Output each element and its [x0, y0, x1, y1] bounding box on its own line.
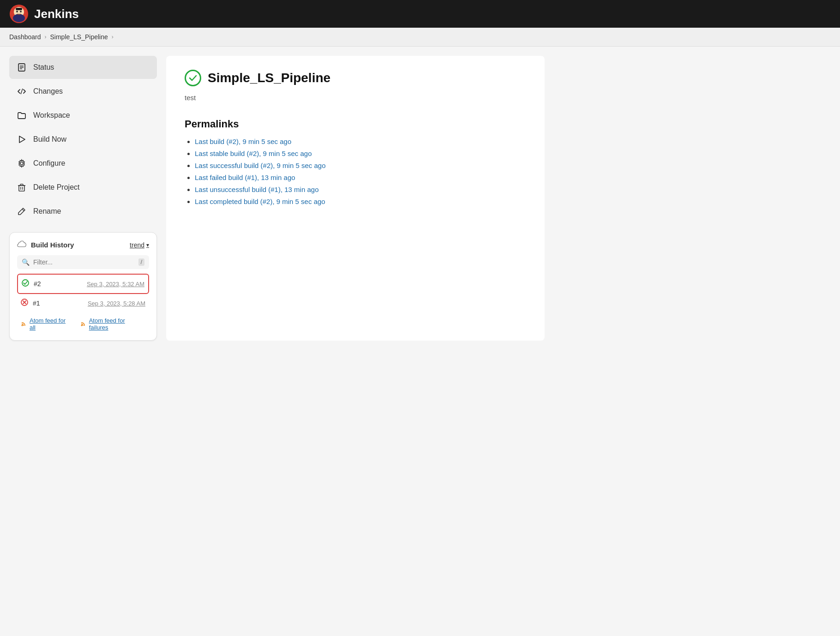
atom-feed-all-label: Atom feed for all — [30, 317, 73, 331]
logo-container: Jenkins — [9, 4, 79, 24]
main-layout: Status Changes — [0, 47, 554, 350]
svg-point-23 — [81, 324, 82, 326]
build-date-1[interactable]: Sep 3, 2023, 5:28 AM — [88, 300, 145, 307]
permalink-last-build[interactable]: Last build (#2), 9 min 5 sec ago — [195, 138, 291, 145]
breadcrumb-sep-2: › — [112, 34, 114, 40]
build-number-2: #2 — [34, 280, 82, 288]
build-date-2[interactable]: Sep 3, 2023, 5:32 AM — [87, 281, 144, 288]
search-icon: 🔍 — [22, 258, 30, 266]
sidebar-item-build-now[interactable]: Build Now — [9, 128, 157, 151]
app-header: Jenkins — [0, 0, 840, 28]
svg-point-3 — [16, 11, 18, 12]
sidebar-label-workspace: Workspace — [33, 111, 70, 120]
sidebar-label-rename: Rename — [33, 207, 61, 216]
trend-label: trend — [130, 241, 144, 249]
list-item: Last build (#2), 9 min 5 sec ago — [195, 138, 526, 146]
list-item: Last unsuccessful build (#1), 13 min ago — [195, 186, 526, 194]
sidebar-item-configure[interactable]: Configure — [9, 152, 157, 175]
build-row-1[interactable]: #1 Sep 3, 2023, 5:28 AM — [17, 294, 149, 312]
svg-point-4 — [20, 11, 22, 12]
rss-all-icon — [21, 320, 27, 328]
sidebar-label-delete-project: Delete Project — [33, 183, 80, 192]
code-icon — [17, 86, 27, 96]
trend-link[interactable]: trend ▾ — [130, 241, 149, 249]
svg-point-18 — [22, 280, 29, 286]
build-failure-icon — [21, 299, 28, 308]
filter-input[interactable] — [33, 258, 135, 266]
sidebar-item-status[interactable]: Status — [9, 56, 157, 79]
build-history-panel: Build History trend ▾ 🔍 / — [9, 232, 157, 341]
sidebar-item-rename[interactable]: Rename — [9, 200, 157, 223]
build-history-title: Build History — [31, 241, 125, 249]
svg-point-12 — [20, 162, 23, 165]
svg-line-10 — [21, 89, 23, 94]
atom-feed-failures-link[interactable]: Atom feed for failures — [80, 317, 145, 331]
project-status-icon — [185, 70, 201, 86]
sidebar-label-changes: Changes — [33, 87, 63, 96]
sidebar-item-changes[interactable]: Changes — [9, 80, 157, 103]
permalink-last-failed[interactable]: Last failed build (#1), 13 min ago — [195, 174, 295, 181]
build-number-1: #1 — [33, 300, 83, 307]
cloud-icon — [17, 240, 26, 250]
permalink-list: Last build (#2), 9 min 5 sec ago Last st… — [185, 138, 526, 206]
main-content: Simple_LS_Pipeline test Permalinks Last … — [166, 56, 545, 341]
sidebar-label-build-now: Build Now — [33, 135, 66, 144]
svg-point-22 — [22, 324, 23, 326]
sidebar-item-delete-project[interactable]: Delete Project — [9, 176, 157, 199]
build-history-header: Build History trend ▾ — [17, 240, 149, 250]
list-item: Last completed build (#2), 9 min 5 sec a… — [195, 198, 526, 206]
sidebar: Status Changes — [9, 56, 157, 341]
atom-feed-all-link[interactable]: Atom feed for all — [21, 317, 73, 331]
svg-marker-11 — [19, 136, 25, 143]
atom-feed-row: Atom feed for all Atom feed for failures — [17, 312, 149, 333]
trash-icon — [17, 182, 27, 192]
build-row-2[interactable]: #2 Sep 3, 2023, 5:32 AM — [17, 274, 149, 294]
list-item: Last successful build (#2), 9 min 5 sec … — [195, 162, 526, 170]
permalink-last-completed[interactable]: Last completed build (#2), 9 min 5 sec a… — [195, 198, 325, 205]
sidebar-nav: Status Changes — [9, 56, 157, 223]
atom-feed-failures-label: Atom feed for failures — [89, 317, 145, 331]
breadcrumb-pipeline[interactable]: Simple_LS_Pipeline — [50, 33, 108, 41]
jenkins-logo-icon — [9, 4, 29, 24]
breadcrumb: Dashboard › Simple_LS_Pipeline › — [0, 28, 840, 47]
filter-row: 🔍 / — [17, 255, 149, 269]
gear-icon — [17, 158, 27, 168]
list-item: Last failed build (#1), 13 min ago — [195, 174, 526, 182]
rss-failures-icon — [80, 320, 87, 328]
sidebar-label-configure: Configure — [33, 159, 65, 168]
breadcrumb-dashboard[interactable]: Dashboard — [9, 33, 41, 41]
document-icon — [17, 62, 27, 72]
list-item: Last stable build (#2), 9 min 5 sec ago — [195, 150, 526, 158]
permalink-last-stable[interactable]: Last stable build (#2), 9 min 5 sec ago — [195, 150, 312, 157]
permalinks-section: Permalinks Last build (#2), 9 min 5 sec … — [185, 118, 526, 206]
project-title: Simple_LS_Pipeline — [208, 71, 330, 85]
project-header: Simple_LS_Pipeline — [185, 70, 526, 86]
breadcrumb-sep-1: › — [45, 34, 47, 40]
svg-line-17 — [22, 209, 24, 211]
permalink-last-unsuccessful[interactable]: Last unsuccessful build (#1), 13 min ago — [195, 186, 318, 193]
folder-icon — [17, 110, 27, 120]
sidebar-label-status: Status — [33, 63, 54, 72]
chevron-down-icon: ▾ — [146, 242, 149, 248]
pencil-icon — [17, 206, 27, 216]
permalinks-heading: Permalinks — [185, 118, 526, 130]
svg-rect-5 — [16, 8, 22, 10]
app-title: Jenkins — [34, 7, 79, 21]
filter-slash-hint: / — [138, 258, 144, 266]
permalink-last-successful[interactable]: Last successful build (#2), 9 min 5 sec … — [195, 162, 325, 169]
sidebar-item-workspace[interactable]: Workspace — [9, 104, 157, 127]
svg-point-2 — [13, 14, 25, 22]
project-description: test — [185, 94, 526, 102]
build-success-icon — [22, 279, 29, 288]
play-icon — [17, 134, 27, 144]
svg-rect-13 — [19, 186, 24, 191]
